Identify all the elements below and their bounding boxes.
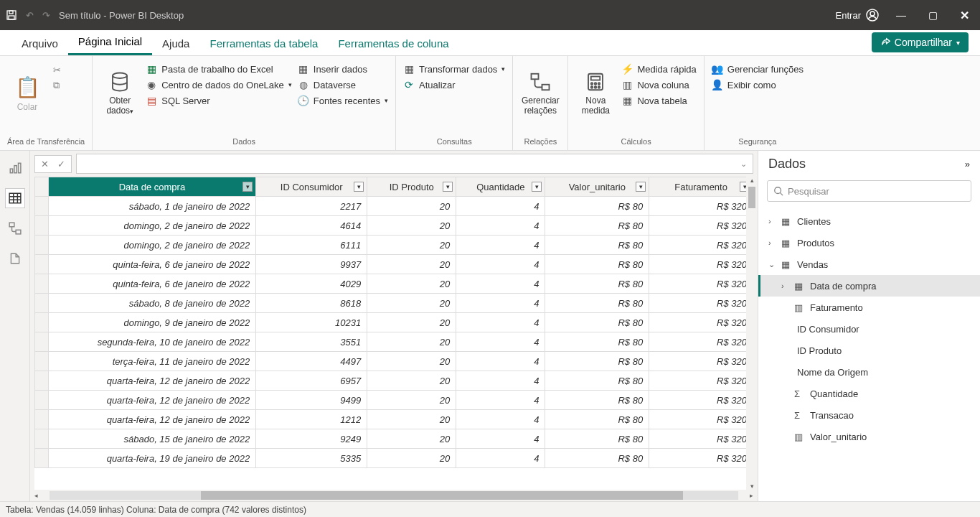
cell[interactable]: 9937 [256,255,367,274]
quick-measure-button[interactable]: ⚡Medida rápida [621,63,696,75]
cell[interactable]: 4 [456,371,545,391]
cell[interactable]: R$ 320 [649,255,753,274]
cell[interactable]: 20 [367,410,456,429]
cell[interactable]: R$ 80 [545,449,649,468]
cell[interactable]: R$ 320 [649,294,753,313]
cell[interactable]: sábado, 15 de janeiro de 2022 [48,429,256,449]
dax-view-button[interactable] [5,248,25,269]
manage-relationships-button[interactable]: Gerenciar relações [520,60,560,126]
cell[interactable]: R$ 320 [649,371,753,391]
cell[interactable]: R$ 320 [649,352,753,371]
cell[interactable]: R$ 320 [649,236,753,255]
cell[interactable]: R$ 80 [545,391,649,410]
cell[interactable]: 4 [456,429,545,449]
onelake-button[interactable]: ◉Centro de dados do OneLake ▾ [146,79,292,90]
dataverse-button[interactable]: ◍Dataverse [298,79,388,90]
cell[interactable]: 4 [456,410,545,429]
cell[interactable]: R$ 80 [545,313,649,332]
tab-table-tools[interactable]: Ferramentas da tabela [199,32,328,55]
cell[interactable]: 20 [367,294,456,313]
cancel-formula-icon[interactable]: ✕ [41,159,49,169]
refresh-button[interactable]: ⟳Atualizar [403,79,505,90]
cell[interactable]: R$ 320 [649,197,753,216]
cell[interactable]: 4 [456,197,545,216]
cell[interactable]: R$ 320 [649,216,753,236]
cell[interactable]: segunda-feira, 10 de janeiro de 2022 [48,332,256,352]
cell[interactable]: quarta-feira, 12 de janeiro de 2022 [48,371,256,391]
table-produtos[interactable]: ›▦Produtos [758,232,980,253]
row-header[interactable] [35,216,49,236]
cell[interactable]: 9249 [256,429,367,449]
cell[interactable]: R$ 80 [545,352,649,371]
cell[interactable]: 4 [456,352,545,371]
cell[interactable]: 3551 [256,332,367,352]
tab-column-tools[interactable]: Ferramentas de coluna [328,32,458,55]
cell[interactable]: R$ 80 [545,371,649,391]
cell[interactable]: 4029 [256,274,367,294]
cell[interactable]: domingo, 9 de janeiro de 2022 [48,313,256,332]
cell[interactable]: R$ 80 [545,236,649,255]
row-header[interactable] [35,429,49,449]
undo-icon[interactable]: ↶ [26,10,34,21]
cell[interactable]: 20 [367,313,456,332]
column-filter-icon[interactable]: ▾ [242,182,253,192]
share-button[interactable]: Compartilhar▾ [872,32,969,52]
cell[interactable]: 20 [367,255,456,274]
sign-in-button[interactable]: Entrar [836,8,880,22]
column-filter-icon[interactable]: ▾ [636,182,646,192]
recent-sources-button[interactable]: 🕒Fontes recentes ▾ [298,95,388,106]
formula-input[interactable]: ⌄ [76,154,753,174]
tab-help[interactable]: Ajuda [152,32,199,55]
cell[interactable]: 2217 [256,197,367,216]
transform-data-button[interactable]: ▦Transformar dados ▾ [403,63,505,75]
cell[interactable]: 20 [367,332,456,352]
column-header[interactable]: ID Consumidor▾ [256,177,367,197]
cell[interactable]: 1212 [256,410,367,429]
cell[interactable]: 4 [456,274,545,294]
excel-button[interactable]: ▦Pasta de trabalho do Excel [146,63,292,75]
cell[interactable]: quarta-feira, 12 de janeiro de 2022 [48,391,256,410]
new-column-button[interactable]: ▥Nova coluna [621,79,696,90]
row-header[interactable] [35,236,49,255]
row-header[interactable] [35,391,49,410]
column-header[interactable]: Data de compra▾ [48,177,256,197]
cell[interactable]: 20 [367,391,456,410]
cell[interactable]: quarta-feira, 19 de janeiro de 2022 [48,449,256,468]
tab-home[interactable]: Página Inicial [68,29,152,55]
horizontal-scrollbar[interactable]: ◂ ▸ [30,490,758,501]
view-as-button[interactable]: 👤Exibir como [712,79,804,90]
cell[interactable]: sábado, 8 de janeiro de 2022 [48,294,256,313]
cell[interactable]: terça-feira, 11 de janeiro de 2022 [48,352,256,371]
cell[interactable]: R$ 320 [649,274,753,294]
vertical-scrollbar[interactable]: ▴ ▾ [746,177,758,490]
cell[interactable]: 20 [367,197,456,216]
column-header[interactable]: Valor_unitario▾ [545,177,649,197]
cell[interactable]: 20 [367,449,456,468]
cell[interactable]: R$ 320 [649,391,753,410]
field-transacao[interactable]: ΣTransacao [758,404,980,426]
field-data-de-compra[interactable]: ›▦Data de compra [758,275,980,297]
minimize-button[interactable]: — [891,9,911,21]
column-filter-icon[interactable]: ▾ [443,182,453,192]
data-grid[interactable]: Data de compra▾ID Consumidor▾ID Produto▾… [34,177,753,490]
cell[interactable]: R$ 80 [545,274,649,294]
field-id-produto[interactable]: ID Produto [758,340,980,361]
row-header[interactable] [35,255,49,274]
cell[interactable]: 5335 [256,449,367,468]
new-measure-button[interactable]: Nova medida [575,60,616,126]
cell[interactable]: 20 [367,371,456,391]
cell[interactable]: R$ 320 [649,449,753,468]
cell[interactable]: R$ 320 [649,429,753,449]
cell[interactable]: 20 [367,429,456,449]
model-view-button[interactable] [5,218,25,238]
cell[interactable]: 20 [367,352,456,371]
row-header[interactable] [35,410,49,429]
fields-search-input[interactable]: Pesquisar [767,180,971,202]
field-quantidade[interactable]: ΣQuantidade [758,383,980,404]
cell[interactable]: 20 [367,274,456,294]
row-header[interactable] [35,313,49,332]
data-view-button[interactable] [5,188,25,208]
field-faturamento[interactable]: ▥Faturamento [758,297,980,318]
cell[interactable]: quinta-feira, 6 de janeiro de 2022 [48,274,256,294]
field-id-consumidor[interactable]: ID Consumidor [758,318,980,340]
